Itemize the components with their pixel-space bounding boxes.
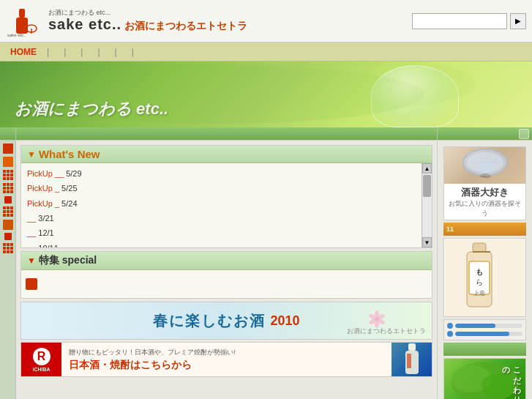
- svg-text:sake etc..: sake etc..: [7, 33, 26, 37]
- logo-tagline: お酒にまつわるエトセトラ: [124, 20, 247, 33]
- rakuten-description: 贈り物にもピッタリ！日本酒や、プレミア焼酎が勢揃い!: [69, 348, 384, 357]
- site-banner: お酒にまつわる etc..: [0, 61, 532, 127]
- progress-dot-1: [447, 323, 453, 329]
- sake-ware-image: [444, 147, 525, 184]
- rakuten-bottle-img: [391, 343, 432, 376]
- whats-new-header: ▼ What's New: [21, 146, 432, 163]
- section-bar-right: [437, 127, 532, 140]
- spring-flower-icon: [366, 308, 388, 330]
- banner-text: お酒にまつわる etc..: [15, 98, 168, 120]
- rakuten-logo-sub: ICHIBA: [32, 367, 50, 372]
- ad-area: 春に楽しむお酒 2010 お酒にまつわるエトセトラ: [20, 302, 432, 377]
- logo-main: sake etc..: [48, 16, 121, 33]
- news-item-6[interactable]: __ 10/11: [27, 241, 416, 247]
- search-input[interactable]: [412, 13, 507, 29]
- whats-new-scrollbar: ▲ ▼: [422, 163, 432, 247]
- sake-ware-label: 酒器大好き お気に入りの酒器を探そう: [444, 184, 525, 220]
- scroll-up-btn[interactable]: ▲: [422, 163, 432, 174]
- whats-new-triangle: ▼: [27, 149, 36, 160]
- news-item-5[interactable]: __ 12/1: [27, 225, 416, 240]
- nav-sep-6: |: [124, 47, 141, 57]
- rakuten-title: 日本酒・焼酎はこちらから: [69, 359, 384, 372]
- sidebar-icon-5: [4, 196, 12, 204]
- scroll-thumb[interactable]: [423, 175, 431, 197]
- news-prefix-3: PickUp _: [27, 199, 59, 208]
- scroll-track: [422, 174, 432, 237]
- sidebar-icon-1: [3, 143, 13, 154]
- header-search-area: ▶: [412, 13, 526, 29]
- svg-rect-24: [473, 243, 486, 252]
- news-item-2[interactable]: PickUp _ 5/25: [27, 181, 416, 195]
- nav-sep-1: |: [40, 47, 56, 57]
- sake-ware-box[interactable]: 酒器大好き お気に入りの酒器を探そう: [443, 146, 526, 220]
- rakuten-banner[interactable]: R ICHIBA 贈り物にもピッタリ！日本酒や、プレミア焼酎が勢揃い! 日本酒・…: [20, 342, 432, 377]
- special-section: ▼ 特集 special: [20, 251, 432, 299]
- rakuten-logo: R ICHIBA: [21, 343, 61, 376]
- nav-sep-5: |: [108, 47, 124, 57]
- header: sake etc.. お酒にまつわる etc... sake etc.. お酒に…: [0, 0, 532, 42]
- special-header: ▼ 特集 special: [21, 252, 432, 270]
- sidebar-icon-7: [3, 220, 13, 230]
- special-body: [21, 270, 432, 298]
- svg-rect-17: [407, 354, 411, 368]
- kodawari-text-overlay: こだわりの: [501, 362, 522, 399]
- sidebar-icon-9: [3, 243, 13, 253]
- right-sidebar: 酒器大好き お気に入りの酒器を探そう 11 も ら 上造: [437, 141, 532, 399]
- news-item-3[interactable]: PickUp _ 5/24: [27, 196, 416, 211]
- news-prefix-5: __: [27, 228, 36, 237]
- progress-row-1: [447, 323, 522, 329]
- svg-rect-15: [408, 343, 416, 351]
- svg-text:上造: 上造: [473, 290, 485, 297]
- special-icon: [26, 278, 37, 290]
- progress-row-2: [447, 331, 522, 337]
- whats-new-title: What's New: [39, 148, 100, 160]
- rakuten-text-area: 贈り物にもピッタリ！日本酒や、プレミア焼酎が勢揃い! 日本酒・焼酎はこちらから: [64, 343, 389, 376]
- news-prefix-2: PickUp _: [27, 184, 59, 193]
- logo-area: sake etc.. お酒にまつわる etc... sake etc.. お酒に…: [6, 3, 412, 40]
- sidebar-icon-3: [3, 170, 13, 180]
- scroll-down-btn[interactable]: ▼: [422, 237, 432, 247]
- left-sidebar: [0, 141, 16, 399]
- progress-bar-fill-1: [455, 324, 495, 328]
- rakuten-r-circle: R: [33, 348, 50, 365]
- section-bar-scroll: [427, 127, 437, 140]
- sidebar-icon-2: [3, 157, 13, 167]
- kodawari-box[interactable]: こだわりの: [443, 358, 526, 399]
- logo-small-text: お酒にまつわる etc...: [48, 9, 247, 17]
- svg-text:ら: ら: [476, 278, 483, 286]
- nav-sep-3: |: [73, 47, 90, 57]
- nav-home[interactable]: HOME: [7, 47, 40, 57]
- section-bar-left-icon: [0, 127, 16, 140]
- sake-ware-subtitle: お気に入りの酒器を探そう: [447, 199, 522, 217]
- bottle-box[interactable]: も ら 上造: [443, 238, 526, 317]
- sake-bottle-display: も ら 上造: [445, 239, 525, 316]
- sidebar-icon-4: [3, 183, 13, 193]
- whats-new-list: PickUp __ 5/29 PickUp _ 5/25 PickUp _ 5/…: [21, 163, 422, 247]
- navbar: HOME | | | | | |: [0, 42, 532, 61]
- svg-rect-2: [16, 18, 28, 34]
- sake-ware-title: 酒器大好き: [447, 186, 522, 199]
- progress-bar-bg-2: [455, 332, 522, 336]
- svg-text:も: も: [476, 268, 483, 276]
- logo-icon: sake etc..: [6, 3, 42, 40]
- progress-bar-bg-1: [455, 324, 522, 328]
- orange-bar-label: 11: [446, 225, 454, 233]
- news-item-4[interactable]: __ 3/21: [27, 211, 416, 225]
- news-prefix-4: __: [27, 214, 36, 223]
- whats-new-section: ▼ What's New PickUp __ 5/29 PickUp _ 5/2…: [20, 145, 432, 248]
- news-prefix-1: PickUp __: [27, 169, 64, 178]
- sidebar-top-btn[interactable]: [519, 129, 529, 139]
- progress-area: [443, 319, 526, 340]
- svg-rect-22: [479, 163, 491, 176]
- section-bar-center: [16, 127, 427, 140]
- progress-bar-fill-2: [455, 332, 509, 336]
- spring-main-text: 春に楽しむお酒: [153, 311, 266, 331]
- search-button[interactable]: ▶: [510, 13, 526, 29]
- special-title: 特集 special: [39, 254, 97, 267]
- progress-dot-2: [447, 331, 453, 337]
- section-bar: [0, 127, 532, 141]
- sake-cup-icon: [456, 148, 514, 183]
- news-prefix-6: __: [27, 244, 36, 247]
- spring-banner[interactable]: 春に楽しむお酒 2010 お酒にまつわるエトセトラ: [20, 302, 432, 340]
- news-item-1[interactable]: PickUp __ 5/29: [27, 166, 416, 181]
